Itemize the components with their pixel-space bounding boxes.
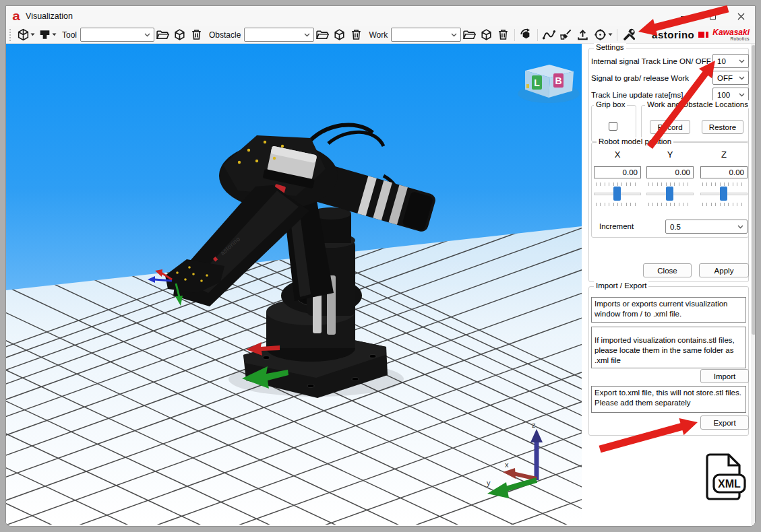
upload-button[interactable] (574, 27, 591, 43)
cube-3d-icon (173, 28, 187, 42)
view-cube-right-label: B (555, 75, 561, 86)
robot-position-title: Robot model position (597, 137, 673, 145)
view-mode-button[interactable] (15, 27, 36, 43)
track-line-icon (542, 28, 556, 42)
track-line-button[interactable] (541, 27, 557, 43)
origin-button[interactable] (591, 27, 614, 43)
chevron-down-icon (144, 33, 150, 37)
y-header: Y (646, 149, 694, 160)
x-header: X (594, 149, 641, 160)
increment-select[interactable]: 0.5 (665, 220, 748, 234)
desktop: a Visualization Tool (0, 0, 761, 532)
toolbar-grip[interactable] (9, 29, 12, 41)
apply-button[interactable]: Apply (699, 263, 749, 277)
maximize-button[interactable] (698, 6, 727, 26)
work-delete-button[interactable] (495, 27, 512, 43)
chevron-down-icon (52, 33, 57, 36)
cube-3d-icon (332, 28, 346, 42)
folder-open-icon (315, 28, 330, 42)
folder-open-icon (156, 28, 170, 42)
viewport-3d[interactable]: astorino (6, 44, 582, 525)
toolbar-separator (617, 29, 617, 41)
y-position-slider[interactable] (646, 181, 694, 208)
settings-tools-button[interactable] (620, 27, 638, 43)
work-open-button[interactable] (461, 27, 478, 43)
tool-open-button[interactable] (154, 27, 171, 43)
press-tool-icon (38, 28, 52, 42)
crosshair-icon (592, 28, 608, 42)
obstacle-open-button[interactable] (314, 27, 331, 43)
z-position-slider[interactable] (700, 181, 748, 208)
grab-signal-label: Signal to grab/ release Work (591, 74, 689, 82)
view-cube-left-label: L (534, 77, 540, 88)
update-rate-label: Track Line update rate[ms] (591, 91, 683, 99)
kawasaki-brand: Kawasaki (712, 28, 750, 36)
folder-open-icon (462, 28, 477, 42)
close-button[interactable] (727, 6, 755, 26)
import-button[interactable]: Import (700, 369, 749, 383)
obstacle-select[interactable] (244, 28, 314, 42)
chevron-down-icon (608, 33, 613, 36)
y-axis-label: y (487, 479, 491, 487)
x-position-slider[interactable] (594, 181, 641, 208)
restore-button[interactable]: Restore (702, 120, 743, 134)
chevron-down-icon (451, 33, 457, 37)
x-position-field[interactable]: 0.00 (594, 166, 641, 178)
work-select[interactable] (391, 28, 461, 42)
tool-select[interactable] (80, 28, 154, 42)
chevron-down-icon (30, 33, 35, 36)
rotate-view-icon (519, 28, 533, 42)
export-info: Export to.xml file, this will not store.… (591, 386, 746, 413)
chevron-down-icon (739, 93, 745, 97)
locations-title: Work and Obstacle Locations (645, 100, 750, 108)
toolbar-separator (537, 29, 538, 41)
tools-icon (621, 27, 637, 42)
z-axis-label: z (532, 421, 536, 429)
z-position-field[interactable]: 0.00 (700, 166, 748, 178)
minimize-button[interactable] (670, 6, 698, 26)
z-header: Z (700, 149, 748, 160)
panel-scrollbar[interactable] (751, 44, 756, 527)
model-button[interactable] (36, 27, 58, 43)
export-button[interactable]: Export (700, 415, 749, 430)
settings-panel: Settings Internal signal Track Line ON/ … (582, 44, 756, 527)
close-settings-button[interactable]: Close (643, 263, 692, 277)
work-label: Work (369, 30, 388, 40)
chevron-down-icon (739, 59, 745, 63)
visualization-window: a Visualization Tool (5, 5, 756, 527)
trash-icon (496, 28, 510, 42)
tool-load-button[interactable] (171, 27, 188, 43)
chevron-down-icon (304, 33, 310, 37)
import-export-title: Import / Export (594, 281, 648, 290)
work-load-button[interactable] (478, 27, 495, 43)
title-bar: a Visualization (6, 6, 755, 26)
grip-box-title: Grip box (594, 100, 627, 108)
chevron-down-icon (739, 76, 745, 80)
chevron-down-icon (737, 225, 743, 229)
cube-3d-icon (479, 28, 493, 42)
record-button[interactable]: Record (650, 120, 690, 134)
upload-icon (576, 28, 590, 42)
astorino-brand: astorino (652, 29, 694, 40)
settings-group-title: Settings (594, 43, 626, 51)
clean-button[interactable] (557, 27, 574, 43)
grip-box-checkbox[interactable] (609, 122, 617, 131)
rotate-view-button[interactable] (518, 27, 535, 43)
toolbar: Tool Obstacle (6, 26, 755, 44)
clean-icon (559, 28, 573, 42)
tool-delete-button[interactable] (188, 27, 205, 43)
update-rate-select[interactable]: 100 (712, 88, 749, 102)
xml-label: XML (718, 478, 741, 490)
scrollbar-thumb[interactable] (752, 45, 756, 335)
obstacle-delete-button[interactable] (348, 27, 365, 43)
tool-label: Tool (62, 30, 77, 40)
import-export-info: Imports or exports current visualization… (591, 297, 746, 323)
grab-signal-select[interactable]: OFF (712, 71, 749, 85)
y-position-field[interactable]: 0.00 (646, 166, 694, 178)
increment-label: Increment (599, 222, 634, 230)
obstacle-load-button[interactable] (331, 27, 348, 43)
trash-icon (349, 28, 363, 42)
minimize-icon (681, 16, 688, 17)
track-line-signal-select[interactable]: 10 (712, 54, 749, 68)
kawasaki-mark-icon (698, 32, 708, 38)
